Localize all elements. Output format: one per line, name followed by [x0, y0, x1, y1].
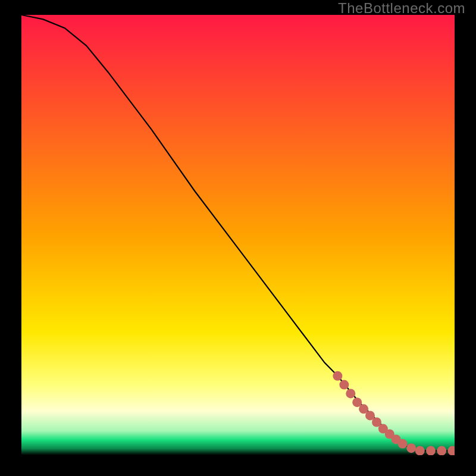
plot-area [21, 15, 455, 455]
data-marker [415, 446, 425, 455]
data-marker [426, 446, 436, 455]
data-marker [333, 371, 342, 381]
gradient-background [21, 15, 455, 455]
watermark-text: TheBottleneck.com [338, 0, 465, 17]
plot-svg [21, 15, 455, 455]
data-marker [339, 380, 349, 390]
data-marker [346, 389, 355, 398]
data-marker [406, 443, 416, 453]
data-marker [437, 446, 446, 455]
data-marker [398, 439, 408, 449]
